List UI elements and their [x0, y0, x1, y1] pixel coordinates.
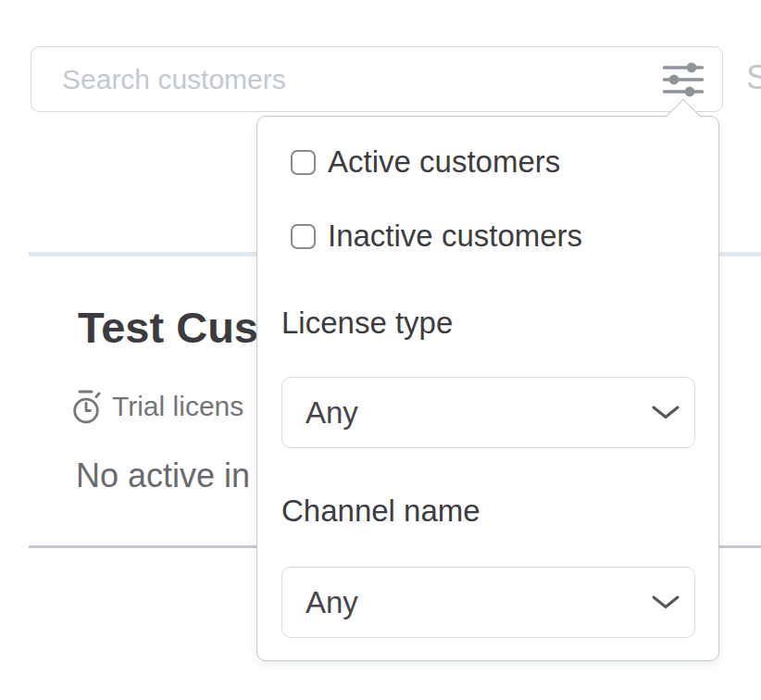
inactive-customers-checkbox[interactable] — [291, 224, 316, 249]
checkbox-label: Inactive customers — [328, 219, 582, 254]
select-value: Any — [306, 585, 358, 620]
filter-button[interactable] — [659, 58, 707, 101]
chevron-down-icon — [652, 406, 680, 419]
chevron-down-icon — [652, 595, 680, 609]
search-field — [31, 46, 723, 112]
customer-title: Test Cust — [78, 306, 273, 349]
channel-name-label: Channel name — [281, 493, 480, 530]
customer-status-text: No active in — [76, 459, 250, 493]
filter-option-inactive-customers[interactable]: Inactive customers — [291, 219, 582, 254]
license-row: Trial licens — [72, 389, 243, 424]
license-type-select[interactable]: Any — [281, 377, 695, 448]
checkbox-label: Active customers — [328, 144, 560, 180]
truncated-right-label: S — [746, 61, 761, 94]
active-customers-checkbox[interactable] — [291, 150, 316, 175]
filter-option-active-customers[interactable]: Active customers — [291, 144, 560, 180]
license-text: Trial licens — [112, 391, 243, 422]
sliders-icon — [663, 61, 704, 98]
search-input[interactable] — [31, 46, 723, 112]
filter-popover: Active customers Inactive customers Lice… — [256, 116, 719, 661]
select-value: Any — [306, 395, 358, 431]
timer-icon — [72, 389, 102, 424]
customers-screen: Test Cust Trial licens No active in — [0, 0, 761, 700]
channel-name-select[interactable]: Any — [281, 567, 695, 638]
license-type-label: License type — [281, 305, 453, 342]
